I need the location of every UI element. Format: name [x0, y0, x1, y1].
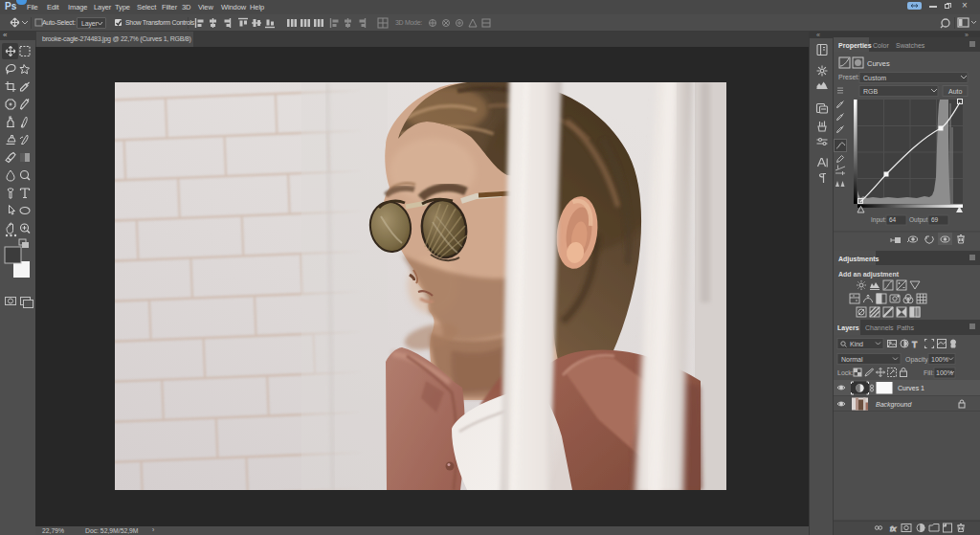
svg-text:Custom: Custom [863, 75, 886, 81]
svg-text:fx: fx [890, 524, 897, 533]
svg-text:Add an adjustment: Add an adjustment [838, 271, 900, 279]
svg-text:Properties: Properties [838, 42, 872, 50]
svg-text:Background: Background [876, 401, 912, 409]
svg-text:T: T [912, 340, 917, 349]
svg-text:Curves 1: Curves 1 [898, 385, 924, 391]
svg-text:Lock:: Lock: [837, 369, 854, 376]
svg-text:Preset:: Preset: [838, 74, 859, 80]
svg-text:69: 69 [931, 216, 939, 223]
svg-text:Input:: Input: [871, 216, 886, 224]
svg-text:Auto: Auto [948, 88, 963, 95]
svg-text:64: 64 [889, 216, 897, 223]
svg-text:Swatches: Swatches [896, 42, 925, 49]
svg-text:100%: 100% [936, 369, 953, 376]
svg-text:RGB: RGB [863, 88, 879, 95]
svg-text:Opacity:: Opacity: [905, 356, 930, 364]
svg-text:Paths: Paths [897, 324, 914, 331]
svg-text:100%: 100% [931, 356, 948, 363]
svg-text:Color: Color [873, 42, 889, 49]
svg-text:Layers: Layers [837, 324, 859, 332]
svg-text:Fill:: Fill: [924, 369, 934, 376]
svg-text:Kind: Kind [850, 341, 863, 347]
svg-text:Curves: Curves [867, 59, 890, 68]
svg-text:Channels: Channels [865, 324, 894, 331]
svg-text:Output:: Output: [909, 216, 930, 224]
svg-text:Adjustments: Adjustments [838, 256, 880, 263]
svg-text:Normal: Normal [841, 356, 863, 363]
